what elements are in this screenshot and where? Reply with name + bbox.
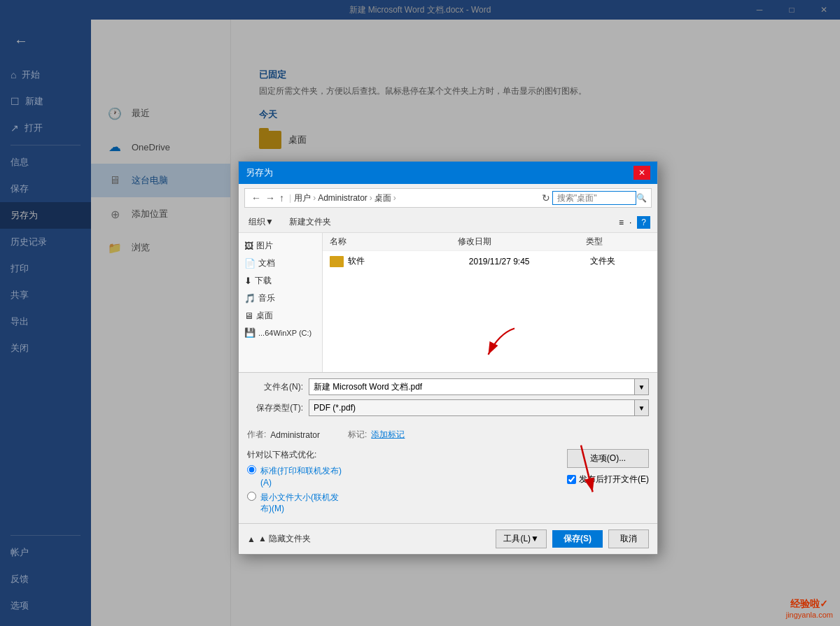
filetype-arrow[interactable]: ▼ bbox=[635, 399, 649, 416]
nav-pane-pictures[interactable]: 🖼 图片 bbox=[239, 237, 322, 255]
file-item-date: 2019/11/27 9:45 bbox=[469, 257, 590, 266]
folder-item-icon bbox=[330, 256, 344, 267]
tags-col: 标记: 添加标记 bbox=[348, 429, 405, 441]
path-part-2: Administrator bbox=[318, 193, 368, 203]
search-icon: 🔍 bbox=[636, 193, 647, 203]
save-dialog: 另存为 ✕ ← → ↑ | 用户 › Administrator › 桌面 › … bbox=[238, 161, 658, 555]
dialog-title: 另存为 bbox=[246, 166, 273, 179]
authors-tags-row: 作者: Administrator 标记: 添加标记 bbox=[239, 426, 657, 443]
view-controls: ≡ · ? bbox=[619, 216, 650, 229]
address-separator: | bbox=[289, 193, 291, 203]
address-up-button[interactable]: ↑ bbox=[277, 192, 286, 204]
filename-input[interactable] bbox=[309, 378, 635, 395]
address-forward-button[interactable]: → bbox=[263, 192, 277, 204]
authors-label: 作者: bbox=[247, 429, 266, 441]
dialog-file-area: 🖼 图片 📄 文档 ⬇ 下载 🎵 音乐 🖥 桌面 bbox=[239, 233, 657, 373]
optimize-option1-radio[interactable] bbox=[247, 465, 256, 474]
toolbar-separator: · bbox=[629, 218, 631, 227]
pictures-icon: 🖼 bbox=[244, 241, 253, 251]
watermark: 经验啦✓ jingyanla.com bbox=[786, 598, 833, 619]
optimize-option2-label: 最小文件大小(联机发布)(M) bbox=[260, 492, 339, 515]
filetype-input[interactable] bbox=[309, 399, 635, 416]
filename-arrow[interactable]: ▼ bbox=[635, 378, 649, 395]
dialog-form: 文件名(N): ▼ 保存类型(T): ▼ bbox=[239, 373, 657, 426]
authors-col: 作者: Administrator bbox=[247, 429, 320, 441]
dialog-address-bar: ← → ↑ | 用户 › Administrator › 桌面 › ↻ 🔍 bbox=[244, 188, 652, 208]
optimize-title: 针对以下格式优化: bbox=[247, 449, 553, 461]
address-back-button[interactable]: ← bbox=[249, 192, 263, 204]
optimize-option1-label: 标准(打印和联机发布)(A) bbox=[260, 465, 342, 489]
downloads-icon: ⬇ bbox=[244, 276, 252, 286]
address-path: 用户 › Administrator › 桌面 › bbox=[294, 192, 540, 204]
file-list-header: 名称 修改日期 类型 bbox=[323, 233, 657, 251]
path-part-3: 桌面 bbox=[374, 192, 391, 204]
publish-checkbox[interactable] bbox=[567, 475, 576, 484]
dialog-titlebar: 另存为 ✕ bbox=[239, 162, 657, 184]
optimize-option2-radio[interactable] bbox=[247, 492, 256, 501]
watermark-text: 经验啦✓ bbox=[786, 598, 833, 611]
dialog-bottom-right: 工具(L)▼ 保存(S) 取消 bbox=[496, 529, 649, 548]
col-date: 修改日期 bbox=[458, 236, 586, 248]
hide-folders-arrow: ▲ bbox=[247, 534, 255, 544]
dialog-nav-pane: 🖼 图片 📄 文档 ⬇ 下载 🎵 音乐 🖥 桌面 bbox=[239, 233, 323, 372]
nav-pane-documents[interactable]: 📄 文档 bbox=[239, 255, 322, 272]
tools-label: 工具(L)▼ bbox=[503, 533, 539, 545]
address-refresh-button[interactable]: ↻ bbox=[540, 192, 552, 204]
filename-row: 文件名(N): ▼ bbox=[247, 378, 649, 395]
dialog-overlay: 另存为 ✕ ← → ↑ | 用户 › Administrator › 桌面 › … bbox=[0, 0, 840, 626]
nav-pane-music[interactable]: 🎵 音乐 bbox=[239, 290, 322, 307]
options-panel: 选项(O)... 发布后打开文件(E) bbox=[567, 449, 649, 485]
filetype-select-group: ▼ bbox=[309, 399, 649, 416]
path-part-1: 用户 bbox=[294, 192, 311, 204]
nav-pane-downloads[interactable]: ⬇ 下载 bbox=[239, 272, 322, 290]
filetype-row: 保存类型(T): ▼ bbox=[247, 399, 649, 416]
optimize-option2-row: 最小文件大小(联机发布)(M) bbox=[247, 492, 553, 515]
new-folder-button[interactable]: 新建文件夹 bbox=[284, 215, 337, 229]
hide-folders-button[interactable]: ▲ ▲ 隐藏文件夹 bbox=[247, 533, 311, 545]
col-name: 名称 bbox=[330, 236, 458, 248]
dialog-toolbar: 组织▼ 新建文件夹 ≡ · ? bbox=[239, 212, 657, 233]
organize-button[interactable]: 组织▼ bbox=[246, 215, 276, 229]
dialog-bottom: ▲ ▲ 隐藏文件夹 工具(L)▼ 保存(S) 取消 bbox=[239, 523, 657, 554]
desktop-icon: 🖥 bbox=[244, 311, 253, 321]
documents-icon: 📄 bbox=[244, 258, 255, 269]
col-type: 类型 bbox=[586, 236, 650, 248]
filename-input-group: ▼ bbox=[309, 378, 649, 395]
optimize-option1-row: 标准(打印和联机发布)(A) bbox=[247, 465, 553, 489]
publish-check-text: 发布后打开文件(E) bbox=[579, 474, 649, 485]
music-icon: 🎵 bbox=[244, 293, 255, 304]
view-icon: ≡ bbox=[619, 218, 624, 227]
filename-label: 文件名(N): bbox=[247, 381, 303, 393]
filetype-label: 保存类型(T): bbox=[247, 402, 303, 414]
tools-button[interactable]: 工具(L)▼ bbox=[496, 529, 547, 548]
optimize-section: 针对以下格式优化: 标准(打印和联机发布)(A) 最小文件大小(联机发布)(M) bbox=[247, 449, 553, 518]
tags-value[interactable]: 添加标记 bbox=[371, 429, 405, 441]
nav-pane-drive[interactable]: 💾 ...64WinXP (C:) bbox=[239, 325, 322, 341]
authors-value: Administrator bbox=[270, 430, 320, 440]
help-button[interactable]: ? bbox=[637, 216, 650, 229]
hide-folders-label: ▲ 隐藏文件夹 bbox=[258, 533, 311, 545]
file-item-name: 软件 bbox=[348, 255, 469, 267]
options-button[interactable]: 选项(O)... bbox=[567, 449, 649, 468]
dialog-close-button[interactable]: ✕ bbox=[634, 166, 650, 180]
watermark-url: jingyanla.com bbox=[786, 611, 833, 619]
file-list-item[interactable]: 软件 2019/11/27 9:45 文件夹 bbox=[323, 251, 657, 271]
publish-check-label[interactable]: 发布后打开文件(E) bbox=[567, 474, 649, 485]
nav-pane-desktop[interactable]: 🖥 桌面 bbox=[239, 307, 322, 325]
cancel-button[interactable]: 取消 bbox=[608, 529, 649, 548]
address-search-input[interactable] bbox=[552, 191, 636, 205]
drive-icon: 💾 bbox=[244, 327, 255, 338]
file-item-type: 文件夹 bbox=[590, 255, 650, 267]
dialog-file-list: 名称 修改日期 类型 软件 2019/11/27 9:45 文件夹 bbox=[323, 233, 657, 372]
save-button[interactable]: 保存(S) bbox=[552, 530, 603, 548]
tags-label: 标记: bbox=[348, 429, 367, 441]
